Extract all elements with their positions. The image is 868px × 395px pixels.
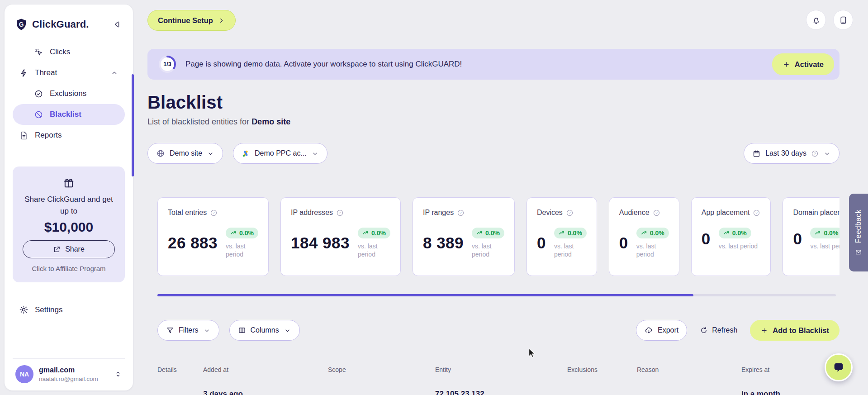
stat-value: 0 bbox=[537, 234, 546, 252]
export-button[interactable]: Export bbox=[636, 320, 687, 341]
logo-row: G ClickGuard. bbox=[13, 14, 125, 33]
feedback-tab[interactable]: Feedback bbox=[849, 194, 868, 271]
row-entity-cell: 72.105.23.132 bbox=[435, 390, 567, 395]
stat-label: IP ranges bbox=[423, 209, 454, 217]
tablet-icon bbox=[839, 15, 848, 25]
demo-data-banner: 1/3 Page is showing demo data. Activate … bbox=[147, 49, 840, 80]
sidebar-item-exclusions[interactable]: Exclusions bbox=[13, 83, 125, 104]
column-header-details: Details bbox=[157, 366, 203, 373]
stat-value: 26 883 bbox=[168, 234, 218, 252]
stat-change: 0.0% bbox=[568, 229, 582, 237]
stat-label: App placement bbox=[702, 209, 750, 217]
help-icon: ? bbox=[753, 209, 760, 217]
cursor-click-icon bbox=[34, 48, 43, 57]
stat-change-badge: 0.0% bbox=[719, 228, 751, 238]
logo-text: ClickGuard. bbox=[32, 19, 89, 30]
promo-amount: $10,000 bbox=[44, 219, 93, 235]
trend-up-icon bbox=[476, 230, 483, 236]
stat-change: 0.0% bbox=[239, 229, 254, 237]
column-header-scope: Scope bbox=[328, 366, 435, 373]
user-name: gmail.com bbox=[39, 366, 98, 374]
stat-change-badge: 0.0% bbox=[358, 228, 390, 238]
stat-vs-label: vs. last period bbox=[226, 242, 256, 258]
stat-change-badge: 0.0% bbox=[226, 228, 258, 238]
stat-card-ip-addresses: IP addresses ? 184 983 0.0% vs. last per… bbox=[280, 197, 401, 276]
stat-label: Total entries bbox=[168, 209, 207, 217]
plus-icon bbox=[760, 327, 768, 334]
sidebar-scrollbar[interactable] bbox=[132, 74, 134, 176]
stat-label: IP addresses bbox=[291, 209, 333, 217]
progress-step: 1/3 bbox=[157, 54, 177, 74]
sidebar-item-label: Threat bbox=[35, 68, 57, 77]
stat-vs-label: vs. last period bbox=[636, 242, 666, 258]
trend-up-icon bbox=[641, 230, 647, 236]
continue-setup-button[interactable]: Continue Setup bbox=[147, 10, 236, 31]
share-button[interactable]: Share bbox=[23, 240, 115, 258]
sidebar-item-settings[interactable]: Settings bbox=[13, 300, 125, 319]
subtitle-text: List of blacklisted entities for bbox=[147, 117, 249, 126]
affiliate-link[interactable]: Click to Affiliate Program bbox=[32, 265, 105, 272]
affiliate-promo-card: Share ClickGuard and get up to $10,000 S… bbox=[13, 167, 125, 282]
column-header-expires-at: Expires at bbox=[741, 366, 839, 373]
refresh-button[interactable]: Refresh bbox=[700, 326, 737, 334]
devices-button[interactable] bbox=[833, 10, 853, 30]
svg-text:?: ? bbox=[756, 211, 758, 215]
sidebar-item-reports[interactable]: Reports bbox=[13, 125, 125, 146]
sidebar-item-label: Clicks bbox=[50, 48, 70, 57]
svg-text:?: ? bbox=[814, 152, 816, 156]
cards-horizontal-scrollbar[interactable] bbox=[157, 294, 836, 296]
trend-up-icon bbox=[815, 230, 821, 236]
google-ads-icon bbox=[242, 149, 250, 158]
notifications-button[interactable] bbox=[806, 10, 826, 30]
gift-icon bbox=[62, 176, 75, 189]
sidebar-item-threat[interactable]: Threat bbox=[13, 62, 125, 83]
stat-change-badge: 0.0% bbox=[554, 228, 587, 238]
trend-up-icon bbox=[230, 230, 237, 236]
column-header-added-at: Added at bbox=[203, 366, 328, 373]
user-info: gmail.com naatali.ro@gmail.com bbox=[39, 366, 98, 382]
svg-text:G: G bbox=[19, 21, 24, 28]
subtitle-site-name: Demo site bbox=[251, 117, 290, 126]
user-account[interactable]: NA gmail.com naatali.ro@gmail.com bbox=[13, 358, 125, 384]
page-subtitle: List of blacklisted entities for Demo si… bbox=[147, 117, 840, 127]
stat-card-audience: Audience ? 0 0.0% vs. last period bbox=[609, 197, 679, 276]
columns-button[interactable]: Columns bbox=[229, 320, 300, 341]
topbar: Continue Setup bbox=[147, 0, 840, 31]
stat-value: 0 bbox=[619, 234, 628, 252]
site-selector[interactable]: Demo site bbox=[147, 143, 223, 164]
external-link-icon bbox=[53, 246, 61, 253]
add-to-blacklist-button[interactable]: Add to Blacklist bbox=[750, 320, 840, 341]
help-icon: ? bbox=[457, 209, 465, 217]
chat-bubble-icon bbox=[832, 361, 845, 374]
scope-selectors: Demo site Demo PPC ac... Last 30 days bbox=[147, 143, 840, 164]
stats-cards-row: Total entries ? 26 883 0.0% vs. last per… bbox=[157, 197, 840, 276]
sidebar: G ClickGuard. Clicks Threat bbox=[5, 5, 133, 390]
sidebar-item-label: Exclusions bbox=[50, 89, 86, 98]
column-header-entity: Entity bbox=[435, 366, 567, 373]
scrollbar-thumb[interactable] bbox=[157, 294, 693, 296]
plus-icon bbox=[783, 61, 790, 68]
chat-widget-button[interactable] bbox=[825, 353, 853, 381]
sidebar-item-blacklist[interactable]: Blacklist bbox=[13, 104, 125, 125]
chevron-down-icon bbox=[207, 150, 214, 157]
stat-card-domain-placement: Domain placement ? 0 0.0% vs. last perio… bbox=[783, 197, 840, 276]
globe-icon bbox=[156, 149, 165, 158]
refresh-label: Refresh bbox=[712, 326, 737, 334]
filters-button[interactable]: Filters bbox=[157, 320, 219, 341]
stat-label: Devices bbox=[537, 209, 563, 217]
collapse-sidebar-button[interactable] bbox=[110, 18, 123, 31]
row-details-cell bbox=[157, 390, 203, 395]
refresh-icon bbox=[700, 326, 708, 334]
sidebar-item-clicks[interactable]: Clicks bbox=[13, 42, 125, 62]
columns-label: Columns bbox=[251, 326, 279, 334]
trend-up-icon bbox=[559, 230, 565, 236]
chevron-right-icon bbox=[218, 17, 225, 24]
blacklist-table: Details Added at Scope Entity Exclusions… bbox=[157, 366, 840, 395]
table-row[interactable]: 3 days ago 72.105.23.132 in a month bbox=[157, 373, 840, 395]
stat-change: 0.0% bbox=[824, 229, 838, 237]
ppc-account-selector[interactable]: Demo PPC ac... bbox=[233, 143, 327, 164]
date-range-selector[interactable]: Last 30 days ? bbox=[744, 143, 840, 164]
stat-change-badge: 0.0% bbox=[810, 228, 840, 238]
filters-label: Filters bbox=[179, 326, 199, 334]
activate-button[interactable]: Activate bbox=[772, 53, 834, 75]
